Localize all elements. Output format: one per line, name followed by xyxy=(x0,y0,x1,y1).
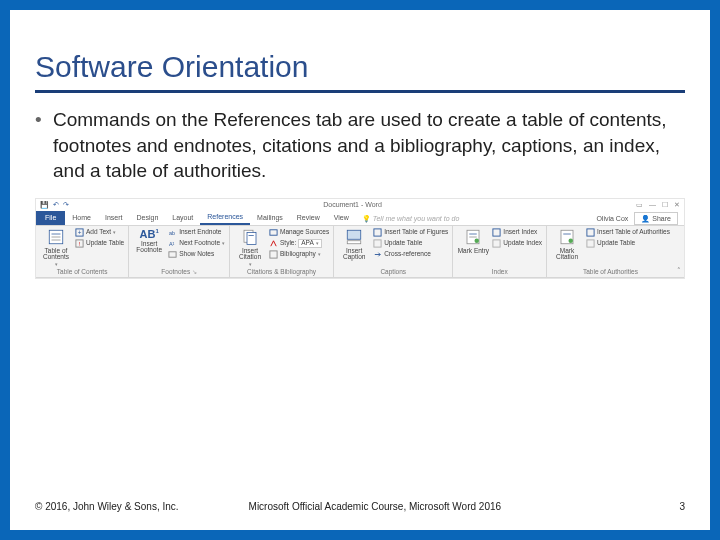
tab-references[interactable]: References xyxy=(200,211,250,225)
ribbon-body: Table of Contents ▾ +Add Text▾ !Update T… xyxy=(36,226,684,279)
svg-text:+: + xyxy=(78,229,82,236)
group-label-captions: Captions xyxy=(338,267,448,278)
quick-access-toolbar: 💾 ↶ ↷ xyxy=(40,201,69,208)
update-index-button[interactable]: Update Index xyxy=(492,239,542,248)
page-number: 3 xyxy=(679,501,685,512)
toc-button[interactable]: Table of Contents ▾ xyxy=(40,228,72,267)
tab-review[interactable]: Review xyxy=(290,211,327,225)
user-name[interactable]: Olivia Cox xyxy=(596,215,628,222)
next-footnote-button[interactable]: A¹Next Footnote▾ xyxy=(168,239,225,248)
svg-rect-30 xyxy=(587,240,594,247)
ribbon-options-icon[interactable]: ▭ xyxy=(636,201,643,208)
group-label-toc: Table of Contents xyxy=(40,267,124,278)
insert-citation-button[interactable]: Insert Citation ▾ xyxy=(234,228,266,267)
group-label-citations: Citations & Bibliography xyxy=(234,267,329,278)
minimize-icon[interactable]: — xyxy=(649,201,656,208)
group-label-toa: Table of Authorities xyxy=(551,267,670,278)
bullet-dot: • xyxy=(35,107,53,184)
svg-point-28 xyxy=(569,238,574,243)
citation-style-select[interactable]: Style: APA▾ xyxy=(269,239,329,248)
group-toc: Table of Contents ▾ +Add Text▾ !Update T… xyxy=(36,226,129,278)
svg-rect-12 xyxy=(247,232,256,244)
citation-icon xyxy=(241,228,259,246)
tab-home[interactable]: Home xyxy=(65,211,98,225)
insert-endnote-button[interactable]: abInsert Endnote xyxy=(168,228,225,237)
update-tof-button[interactable]: Update Table xyxy=(373,239,448,248)
add-text-button[interactable]: +Add Text▾ xyxy=(75,228,124,237)
svg-rect-10 xyxy=(169,252,176,257)
show-notes-button[interactable]: Show Notes xyxy=(168,250,225,259)
maximize-icon[interactable]: ☐ xyxy=(662,201,668,208)
toc-icon xyxy=(47,228,65,246)
tab-layout[interactable]: Layout xyxy=(165,211,200,225)
mark-citation-button[interactable]: Mark Citation xyxy=(551,228,583,261)
tab-file[interactable]: File xyxy=(36,211,65,225)
share-button[interactable]: 👤Share xyxy=(634,212,678,225)
svg-rect-16 xyxy=(347,230,361,239)
insert-caption-button[interactable]: Insert Caption xyxy=(338,228,370,261)
tab-insert[interactable]: Insert xyxy=(98,211,130,225)
group-citations: Insert Citation ▾ Manage Sources Style: … xyxy=(230,226,334,278)
mark-entry-button[interactable]: Mark Entry xyxy=(457,228,489,255)
svg-text:ab: ab xyxy=(169,230,175,236)
group-toa: Mark Citation Insert Table of Authoritie… xyxy=(547,226,674,278)
update-table-button[interactable]: !Update Table xyxy=(75,239,124,248)
svg-rect-24 xyxy=(493,229,500,236)
save-icon[interactable]: 💾 xyxy=(40,201,49,208)
footer-copyright: © 2016, John Wiley & Sons, Inc. xyxy=(35,501,179,512)
caption-icon xyxy=(345,228,363,246)
svg-rect-19 xyxy=(374,240,381,247)
mark-citation-icon xyxy=(558,228,576,246)
tell-me[interactable]: 💡Tell me what you want to do xyxy=(356,212,466,225)
footnote-dialog-launcher[interactable]: ↘ xyxy=(190,269,197,275)
insert-toa-button[interactable]: Insert Table of Authorities xyxy=(586,228,670,237)
svg-rect-29 xyxy=(587,229,594,236)
window-controls: ▭ — ☐ ✕ xyxy=(636,201,680,208)
svg-text:A¹: A¹ xyxy=(169,241,175,247)
tab-design[interactable]: Design xyxy=(129,211,165,225)
group-footnotes: AB1 Insert Footnote abInsert Endnote A¹N… xyxy=(129,226,230,278)
footer-center: Microsoft Official Academic Course, Micr… xyxy=(179,501,680,512)
title-rule xyxy=(35,90,685,93)
insert-footnote-button[interactable]: AB1 Insert Footnote xyxy=(133,228,165,254)
tab-mailings[interactable]: Mailings xyxy=(250,211,290,225)
group-captions: Insert Caption Insert Table of Figures U… xyxy=(334,226,453,278)
svg-point-23 xyxy=(475,238,480,243)
insert-index-button[interactable]: Insert Index xyxy=(492,228,542,237)
group-index: Mark Entry Insert Index Update Index Ind… xyxy=(453,226,547,278)
tab-view[interactable]: View xyxy=(327,211,356,225)
footnote-ab-icon: AB1 xyxy=(140,228,159,240)
title-bar: 💾 ↶ ↷ Document1 - Word ▭ — ☐ ✕ xyxy=(36,199,684,211)
undo-icon[interactable]: ↶ xyxy=(53,201,59,208)
slide-title: Software Orientation xyxy=(35,50,685,84)
bullet-text: Commands on the References tab are used … xyxy=(53,107,685,184)
cross-reference-button[interactable]: Cross-reference xyxy=(373,250,448,259)
bullet-item: • Commands on the References tab are use… xyxy=(35,107,685,184)
group-label-footnotes: Footnotes ↘ xyxy=(133,267,225,278)
manage-sources-button[interactable]: Manage Sources xyxy=(269,228,329,237)
close-icon[interactable]: ✕ xyxy=(674,201,680,208)
svg-rect-15 xyxy=(270,251,277,258)
group-label-index: Index xyxy=(457,267,542,278)
collapse-ribbon-icon[interactable]: ˄ xyxy=(674,226,684,278)
svg-text:!: ! xyxy=(79,241,81,247)
word-ribbon-screenshot: 💾 ↶ ↷ Document1 - Word ▭ — ☐ ✕ File Home… xyxy=(35,198,685,280)
svg-rect-17 xyxy=(347,241,361,244)
bibliography-button[interactable]: Bibliography▾ xyxy=(269,250,329,259)
mark-entry-icon xyxy=(464,228,482,246)
svg-rect-18 xyxy=(374,229,381,236)
ribbon-tabs: File Home Insert Design Layout Reference… xyxy=(36,211,684,226)
slide: Software Orientation • Commands on the R… xyxy=(0,0,720,540)
insert-tof-button[interactable]: Insert Table of Figures xyxy=(373,228,448,237)
svg-rect-25 xyxy=(493,240,500,247)
svg-rect-14 xyxy=(270,230,277,235)
document-name: Document1 - Word xyxy=(69,201,636,208)
share-icon: 👤 xyxy=(641,215,650,222)
slide-footer: © 2016, John Wiley & Sons, Inc. Microsof… xyxy=(35,501,685,512)
update-toa-button[interactable]: Update Table xyxy=(586,239,670,248)
bulb-icon: 💡 xyxy=(362,215,371,222)
